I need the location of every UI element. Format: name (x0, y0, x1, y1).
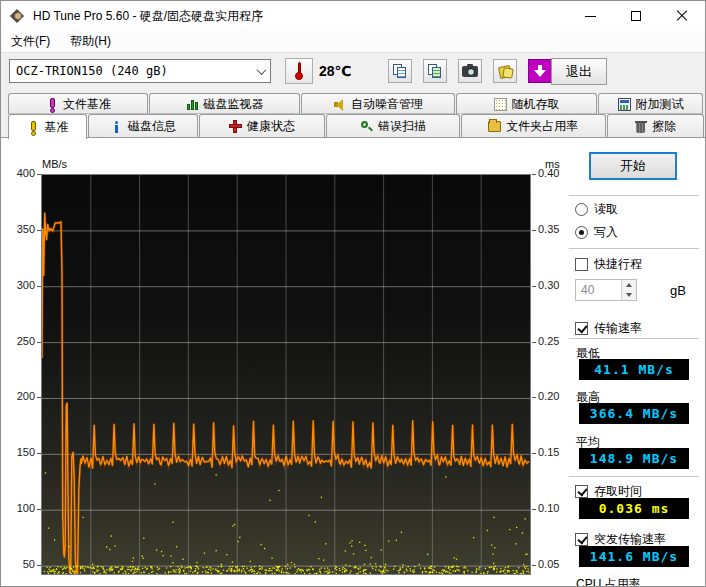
capacity-value: 40 (576, 280, 621, 300)
copy-image-button[interactable] (423, 59, 447, 83)
right-tick-label: 0.25 (538, 335, 559, 347)
left-tick-label: 400 (17, 167, 35, 179)
right-tick-mark (532, 565, 536, 566)
right-tick-mark (532, 230, 536, 231)
error-scan-icon (360, 120, 373, 133)
save-results-icon (498, 65, 512, 78)
close-button[interactable] (659, 1, 705, 31)
start-button[interactable]: 开始 (589, 152, 677, 180)
tab-extra-tests[interactable]: 附加测试 (598, 93, 703, 114)
left-axis-unit: MB/s (42, 158, 67, 170)
left-tick-label: 250 (17, 335, 35, 347)
right-tick-mark (532, 342, 536, 343)
stepper-down-icon[interactable] (622, 290, 636, 300)
divider (569, 248, 699, 249)
maximize-button[interactable] (613, 1, 659, 31)
screenshot-button[interactable] (458, 59, 482, 83)
stepper-up-icon[interactable] (622, 280, 636, 290)
temperature-value: 28℃ (319, 63, 352, 79)
app-logo-icon (10, 9, 25, 24)
tab-label: 文件夹占用率 (506, 118, 578, 135)
right-tick-label: 0.30 (538, 279, 559, 291)
screenshot-camera-icon (462, 66, 478, 77)
right-tick-label: 0.10 (538, 502, 559, 514)
short-stroke-checkbox[interactable] (575, 258, 588, 271)
burst-rate-display: 141.6 MB/s (579, 546, 689, 567)
read-radio-row[interactable]: 读取 (575, 201, 618, 218)
file-benchmark-icon (45, 98, 58, 111)
toolbar: OCZ-TRION150 (240 gB) 28℃ 退出 (1, 53, 705, 93)
access-time-checkbox[interactable] (575, 485, 588, 498)
folder-usage-icon (488, 121, 501, 132)
tab-label: 附加测试 (636, 96, 684, 113)
disk-info-icon (110, 120, 123, 133)
menu-file[interactable]: 文件(F) (1, 30, 60, 53)
avg-value-display: 148.9 MB/s (579, 448, 689, 469)
erase-icon (634, 120, 647, 133)
title-bar: HD Tune Pro 5.60 - 硬盘/固态硬盘实用程序 (1, 1, 705, 31)
tab-label: 自动噪音管理 (351, 96, 423, 113)
random-access-icon (494, 98, 507, 111)
exit-button[interactable]: 退出 (551, 58, 607, 85)
right-tick-label: 0.40 (538, 167, 559, 179)
write-radio[interactable] (575, 226, 588, 239)
minimize-icon (585, 16, 596, 17)
tab-label: 随机存取 (512, 96, 560, 113)
tab-random-access[interactable]: 随机存取 (456, 93, 597, 114)
maximize-icon (631, 11, 641, 21)
menu-bar: 文件(F) 帮助(H) (1, 31, 705, 53)
read-radio[interactable] (575, 203, 588, 216)
menu-help[interactable]: 帮助(H) (60, 30, 121, 53)
save-results-button[interactable] (493, 59, 517, 83)
window-title: HD Tune Pro 5.60 - 硬盘/固态硬盘实用程序 (33, 8, 567, 25)
right-tick-label: 0.20 (538, 390, 559, 402)
extra-tests-icon (618, 98, 631, 111)
write-radio-row[interactable]: 写入 (575, 224, 618, 241)
drive-select-value: OCZ-TRION150 (240 gB) (10, 64, 252, 78)
tab-label: 基准 (44, 119, 68, 136)
transfer-rate-checkbox[interactable] (575, 322, 588, 335)
right-tick-label: 0.05 (538, 558, 559, 570)
transfer-rate-label: 传输速率 (594, 320, 642, 337)
capacity-stepper[interactable]: 40 (575, 279, 637, 301)
transfer-rate-row[interactable]: 传输速率 (575, 320, 642, 337)
tab-file-benchmark[interactable]: 文件基准 (8, 93, 148, 114)
right-tick-mark (532, 397, 536, 398)
capacity-unit: gB (670, 283, 686, 298)
right-tick-mark (532, 453, 536, 454)
short-stroke-label: 快捷行程 (594, 256, 642, 273)
left-tick-label: 100 (17, 502, 35, 514)
tab-error-scan[interactable]: 错误扫描 (326, 114, 460, 137)
left-tick-label: 200 (17, 390, 35, 402)
health-icon (229, 120, 242, 133)
tab-benchmark[interactable]: 基准 (8, 114, 87, 139)
drive-select-dropdown[interactable]: OCZ-TRION150 (240 gB) (9, 59, 271, 83)
benchmark-chart (41, 174, 531, 575)
write-radio-label: 写入 (594, 224, 618, 241)
tab-label: 磁盘监视器 (204, 96, 264, 113)
minimize-button[interactable] (567, 1, 613, 31)
right-tick-label: 0.15 (538, 446, 559, 458)
burst-rate-checkbox[interactable] (575, 533, 588, 546)
download-arrow-icon (534, 65, 546, 78)
left-tick-label: 150 (17, 446, 35, 458)
copy-text-icon (393, 64, 407, 78)
divider (569, 476, 699, 477)
tab-folder-usage[interactable]: 文件夹占用率 (461, 114, 606, 137)
copy-text-button[interactable] (388, 59, 412, 83)
tab-disk-monitor[interactable]: 磁盘监视器 (149, 93, 300, 114)
thermometer-icon (294, 62, 304, 80)
temperature-button[interactable] (285, 58, 313, 84)
cpu-usage-label: CPU 占用率 (576, 576, 641, 587)
short-stroke-row[interactable]: 快捷行程 (575, 256, 642, 273)
benchmark-panel: MB/s ms 40035030025020015010050 0.400.35… (1, 137, 706, 587)
download-button[interactable] (528, 59, 552, 83)
tab-health[interactable]: 健康状态 (199, 114, 325, 137)
tab-aam[interactable]: 自动噪音管理 (301, 93, 455, 114)
left-tick-label: 300 (17, 279, 35, 291)
tab-disk-info[interactable]: 磁盘信息 (88, 114, 198, 137)
tab-label: 健康状态 (247, 118, 295, 135)
min-value-display: 41.1 MB/s (579, 359, 689, 380)
tab-row-bottom: 基准 磁盘信息 健康状态 错误扫描 文件夹占用率 擦除 (1, 114, 705, 137)
tab-erase[interactable]: 擦除 (607, 114, 704, 137)
